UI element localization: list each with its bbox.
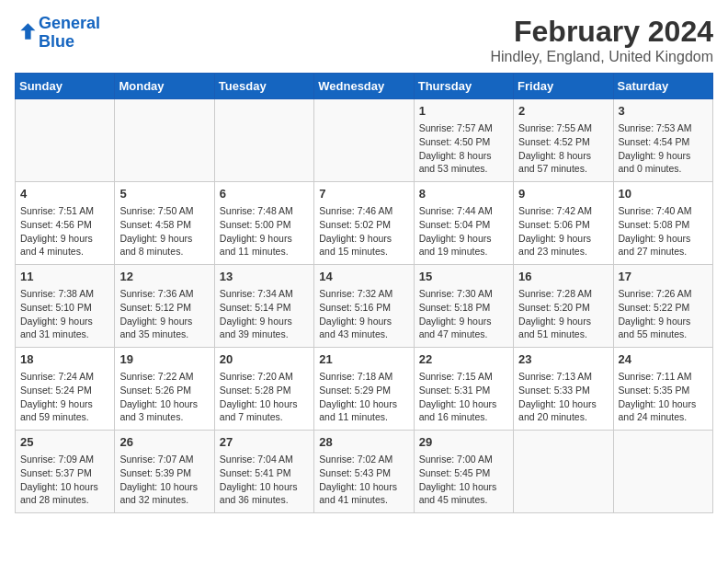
daylight-text: Daylight: 10 hours and 20 minutes. [518,398,597,423]
calendar-cell: 10Sunrise: 7:40 AMSunset: 5:08 PMDayligh… [613,182,712,265]
sunset-text: Sunset: 5:39 PM [119,467,191,478]
sunrise-text: Sunrise: 7:48 AM [220,205,293,216]
sunset-text: Sunset: 4:58 PM [119,219,191,230]
day-number: 10 [619,186,708,202]
sunrise-text: Sunrise: 7:07 AM [119,454,193,465]
daylight-text: Daylight: 9 hours and 55 minutes. [619,316,691,340]
sunset-text: Sunset: 5:33 PM [518,385,590,396]
calendar-cell: 8Sunrise: 7:44 AMSunset: 5:04 PMDaylight… [414,182,513,265]
daylight-text: Daylight: 9 hours and 51 minutes. [518,316,591,340]
sunrise-text: Sunrise: 7:40 AM [619,205,692,216]
sunset-text: Sunset: 5:04 PM [419,219,491,230]
sunrise-text: Sunrise: 7:53 AM [619,122,692,133]
calendar-cell [613,431,712,513]
calendar-cell: 25Sunrise: 7:09 AMSunset: 5:37 PMDayligh… [16,431,115,513]
calendar-cell: 29Sunrise: 7:00 AMSunset: 5:45 PMDayligh… [414,431,513,513]
daylight-text: Daylight: 9 hours and 11 minutes. [220,233,292,258]
day-number: 26 [119,434,209,451]
sunrise-text: Sunrise: 7:18 AM [319,371,392,382]
sunset-text: Sunset: 5:10 PM [20,302,92,313]
calendar-cell [514,431,613,513]
sunrise-text: Sunrise: 7:09 AM [20,454,94,465]
calendar-cell: 5Sunrise: 7:50 AMSunset: 4:58 PMDaylight… [115,182,214,265]
day-number: 19 [119,351,209,368]
sunset-text: Sunset: 5:16 PM [319,302,391,313]
calendar-cell: 16Sunrise: 7:28 AMSunset: 5:20 PMDayligh… [514,265,613,348]
calendar-cell: 3Sunrise: 7:53 AMSunset: 4:54 PMDaylight… [613,99,712,182]
calendar-cell: 28Sunrise: 7:02 AMSunset: 5:43 PMDayligh… [314,431,414,513]
calendar-cell: 17Sunrise: 7:26 AMSunset: 5:22 PMDayligh… [613,265,712,348]
daylight-text: Daylight: 10 hours and 7 minutes. [220,398,298,423]
week-row-5: 25Sunrise: 7:09 AMSunset: 5:37 PMDayligh… [16,431,713,513]
calendar-cell [314,99,414,182]
column-header-monday: Monday [115,74,214,99]
daylight-text: Daylight: 9 hours and 47 minutes. [419,316,492,340]
sunrise-text: Sunrise: 7:44 AM [419,205,493,216]
sunset-text: Sunset: 5:06 PM [518,219,590,230]
logo-icon [15,20,37,42]
sunset-text: Sunset: 5:26 PM [119,385,191,396]
week-row-1: 1Sunrise: 7:57 AMSunset: 4:50 PMDaylight… [16,99,713,182]
daylight-text: Daylight: 10 hours and 32 minutes. [119,481,198,506]
daylight-text: Daylight: 8 hours and 53 minutes. [419,150,492,175]
day-number: 11 [20,269,109,285]
day-number: 24 [619,351,708,368]
day-number: 16 [518,269,608,285]
logo: General Blue [15,15,100,52]
title-area: February 2024 Hindley, England, United K… [490,15,713,65]
day-number: 22 [419,351,508,368]
day-number: 12 [119,269,209,285]
daylight-text: Daylight: 9 hours and 19 minutes. [419,233,492,258]
sunset-text: Sunset: 5:31 PM [419,385,491,396]
sunset-text: Sunset: 5:08 PM [619,219,690,230]
sunrise-text: Sunrise: 7:20 AM [220,371,293,382]
calendar-cell: 2Sunrise: 7:55 AMSunset: 4:52 PMDaylight… [514,99,613,182]
calendar-cell: 9Sunrise: 7:42 AMSunset: 5:06 PMDaylight… [514,182,613,265]
daylight-text: Daylight: 10 hours and 16 minutes. [419,398,497,423]
sunrise-text: Sunrise: 7:00 AM [419,454,493,465]
calendar-cell: 11Sunrise: 7:38 AMSunset: 5:10 PMDayligh… [16,265,115,348]
calendar-cell: 22Sunrise: 7:15 AMSunset: 5:31 PMDayligh… [414,348,513,431]
sunset-text: Sunset: 5:00 PM [220,219,291,230]
calendar-body: 1Sunrise: 7:57 AMSunset: 4:50 PMDaylight… [16,99,713,513]
sunrise-text: Sunrise: 7:32 AM [319,288,392,299]
daylight-text: Daylight: 10 hours and 28 minutes. [20,481,98,506]
column-header-friday: Friday [514,74,613,99]
daylight-text: Daylight: 9 hours and 4 minutes. [20,233,93,258]
day-number: 5 [119,186,209,202]
sunrise-text: Sunrise: 7:57 AM [419,122,493,133]
daylight-text: Daylight: 10 hours and 41 minutes. [319,481,397,506]
sunrise-text: Sunrise: 7:50 AM [119,205,193,216]
sunset-text: Sunset: 5:29 PM [319,385,391,396]
day-number: 6 [220,186,309,202]
day-number: 27 [220,434,309,451]
sunset-text: Sunset: 5:45 PM [419,467,491,478]
sunrise-text: Sunrise: 7:51 AM [20,205,94,216]
daylight-text: Daylight: 10 hours and 3 minutes. [119,398,198,423]
calendar-cell: 27Sunrise: 7:04 AMSunset: 5:41 PMDayligh… [214,431,313,513]
column-header-sunday: Sunday [16,74,115,99]
subtitle: Hindley, England, United Kingdom [490,49,713,65]
sunset-text: Sunset: 5:22 PM [619,302,690,313]
week-row-2: 4Sunrise: 7:51 AMSunset: 4:56 PMDaylight… [16,182,713,265]
daylight-text: Daylight: 9 hours and 15 minutes. [319,233,392,258]
sunrise-text: Sunrise: 7:34 AM [220,288,293,299]
sunset-text: Sunset: 5:14 PM [220,302,291,313]
sunrise-text: Sunrise: 7:42 AM [518,205,592,216]
day-number: 18 [20,351,109,368]
calendar-cell [214,99,313,182]
daylight-text: Daylight: 9 hours and 8 minutes. [119,233,192,258]
week-row-4: 18Sunrise: 7:24 AMSunset: 5:24 PMDayligh… [16,348,713,431]
column-header-wednesday: Wednesday [314,74,414,99]
calendar-cell: 20Sunrise: 7:20 AMSunset: 5:28 PMDayligh… [214,348,313,431]
day-number: 29 [419,434,508,451]
day-number: 21 [319,351,408,368]
daylight-text: Daylight: 9 hours and 35 minutes. [119,316,192,340]
calendar-cell: 23Sunrise: 7:13 AMSunset: 5:33 PMDayligh… [514,348,613,431]
calendar-cell: 21Sunrise: 7:18 AMSunset: 5:29 PMDayligh… [314,348,414,431]
sunset-text: Sunset: 5:02 PM [319,219,391,230]
day-number: 14 [319,269,408,285]
sunrise-text: Sunrise: 7:30 AM [419,288,493,299]
sunset-text: Sunset: 5:18 PM [419,302,491,313]
calendar-cell: 19Sunrise: 7:22 AMSunset: 5:26 PMDayligh… [115,348,214,431]
